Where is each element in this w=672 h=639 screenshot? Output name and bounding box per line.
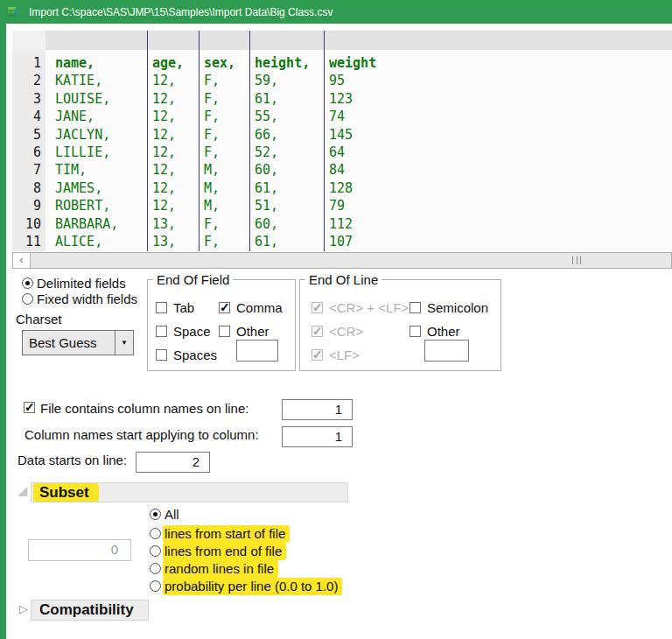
crlf-label: <CR> + <LF>	[329, 300, 409, 315]
preview-cell: 107	[329, 233, 376, 250]
other-field-input[interactable]	[236, 340, 278, 362]
subset-lines-start-label[interactable]: lines from start of file	[164, 526, 290, 541]
preview-cell: KATIE,	[55, 72, 118, 89]
preview-cell: 55,	[255, 108, 310, 125]
end-of-line-title: End Of Line	[305, 272, 382, 287]
preview-cell: 61,	[255, 179, 310, 197]
other-line-label[interactable]: Other	[427, 324, 460, 339]
preview-cell: 79	[329, 197, 376, 214]
data-start-label: Data starts on line:	[18, 453, 127, 467]
preview-cell: F,	[204, 90, 235, 108]
other-field-label[interactable]: Other	[236, 324, 270, 339]
chevron-down-icon[interactable]: ▼	[115, 331, 133, 355]
preview-column-weight: weight9512374145648412879112107	[324, 31, 376, 251]
scrollbar-grip-icon[interactable]	[572, 256, 581, 264]
comma-checkbox[interactable]	[219, 302, 230, 313]
subset-title: Subset	[39, 484, 89, 502]
comma-label[interactable]: Comma	[236, 300, 283, 315]
preview-cell: 128	[329, 179, 376, 197]
preview-cell: LOUISE,	[55, 90, 118, 108]
preview-column-height: height,59,61,55,66,52,60,61,51,60,61,	[249, 31, 310, 251]
preview-line-number: 2	[12, 72, 41, 89]
preview-line-number: 9	[12, 197, 41, 214]
subset-disclosure-icon[interactable]: ◢	[18, 484, 27, 497]
preview-cell: ALICE,	[55, 233, 118, 250]
preview-cell: weight	[329, 54, 376, 72]
lf-label: <LF>	[329, 348, 360, 362]
preview-cell: 12,	[152, 90, 184, 108]
charset-value: Best Guess	[29, 335, 97, 350]
preview-cell: 84	[329, 161, 376, 179]
preview-cell: F,	[204, 233, 235, 250]
preview-cell: 112	[329, 215, 376, 233]
preview-line-number: 8	[12, 179, 41, 197]
preview-line-number: 5	[12, 126, 41, 144]
semicolon-checkbox[interactable]	[410, 302, 421, 313]
delimited-fields-label[interactable]: Delimited fields	[37, 276, 126, 291]
other-line-input[interactable]	[424, 340, 469, 362]
other-line-checkbox[interactable]	[410, 326, 421, 337]
preview-cell: M,	[204, 197, 235, 214]
preview-cell: 61,	[255, 233, 310, 250]
preview-cell: M,	[204, 161, 235, 179]
column-names-line-input[interactable]: 1	[282, 399, 353, 420]
space-label[interactable]: Space	[173, 324, 211, 339]
preview-cell: M,	[204, 179, 235, 197]
preview-cell: 66,	[255, 126, 310, 144]
spaces-label[interactable]: Spaces	[173, 348, 217, 362]
subset-header[interactable]: Subset	[31, 482, 348, 502]
tab-checkbox[interactable]	[156, 302, 167, 313]
subset-random-lines-radio[interactable]	[150, 563, 161, 574]
preview-column-age: age,12,12,12,12,12,12,12,12,13,13,	[147, 31, 184, 251]
charset-label: Charset	[16, 312, 62, 327]
compatibility-title: Compatibility	[39, 601, 134, 619]
preview-cell: ROBERT,	[55, 197, 118, 214]
title-bar[interactable]: Import C:\space\SAS\JMP\15\Samples\Impor…	[0, 0, 672, 24]
fixed-width-fields-radio[interactable]	[22, 293, 33, 305]
preview-cell: 51,	[255, 197, 310, 214]
column-start-input[interactable]: 1	[282, 426, 353, 447]
subset-all-radio[interactable]	[150, 509, 161, 520]
preview-cell: 12,	[152, 108, 184, 125]
jmp-logo-icon	[7, 5, 21, 19]
preview-cell: F,	[204, 144, 235, 161]
fixed-width-fields-label[interactable]: Fixed width fields	[37, 291, 137, 306]
column-names-checkbox[interactable]	[24, 402, 35, 413]
scroll-left-button[interactable]: ‹	[13, 253, 31, 268]
preview-cell: JANE,	[55, 108, 118, 125]
data-preview[interactable]: 1234567891011 name,KATIE,LOUISE,JANE,JAC…	[12, 31, 672, 251]
subset-all-label[interactable]: All	[164, 507, 184, 522]
preview-cell: 12,	[152, 197, 184, 214]
subset-probability-label[interactable]: probability per line (0.0 to 1.0)	[164, 579, 342, 593]
spaces-checkbox[interactable]	[156, 349, 167, 361]
preview-column-name: name,KATIE,LOUISE,JANE,JACLYN,LILLIE,TIM…	[51, 31, 118, 251]
subset-random-lines-label[interactable]: random lines in file	[164, 561, 278, 576]
compatibility-header[interactable]: Compatibility	[31, 600, 149, 621]
data-start-input[interactable]: 2	[136, 452, 210, 473]
preview-cell: F,	[204, 72, 235, 89]
other-field-checkbox[interactable]	[219, 326, 230, 337]
charset-dropdown[interactable]: Best Guess ▼	[22, 330, 134, 355]
preview-cell: name,	[55, 54, 118, 72]
crlf-checkbox	[312, 302, 323, 313]
horizontal-scrollbar[interactable]: ‹	[12, 252, 672, 269]
preview-cell: 60,	[255, 161, 310, 179]
preview-line-number: 10	[12, 215, 41, 233]
preview-cell: sex,	[204, 54, 235, 72]
space-checkbox[interactable]	[156, 326, 167, 337]
preview-cell: 13,	[152, 215, 184, 233]
tab-label[interactable]: Tab	[173, 300, 194, 315]
preview-cell: 64	[329, 144, 376, 161]
preview-cell: F,	[204, 108, 235, 125]
subset-lines-start-radio[interactable]	[150, 528, 161, 539]
delimited-fields-radio[interactable]	[22, 277, 33, 289]
compatibility-disclosure-icon[interactable]: ▷	[19, 602, 28, 615]
subset-lines-end-label[interactable]: lines from end of file	[164, 544, 286, 558]
preview-cell: BARBARA,	[55, 215, 118, 233]
subset-probability-radio[interactable]	[150, 580, 161, 592]
column-names-label[interactable]: File contains column names on line:	[40, 401, 248, 416]
preview-cell: 12,	[152, 179, 184, 197]
preview-cell: 12,	[152, 126, 184, 144]
semicolon-label[interactable]: Semicolon	[427, 300, 488, 315]
subset-lines-end-radio[interactable]	[150, 545, 161, 557]
